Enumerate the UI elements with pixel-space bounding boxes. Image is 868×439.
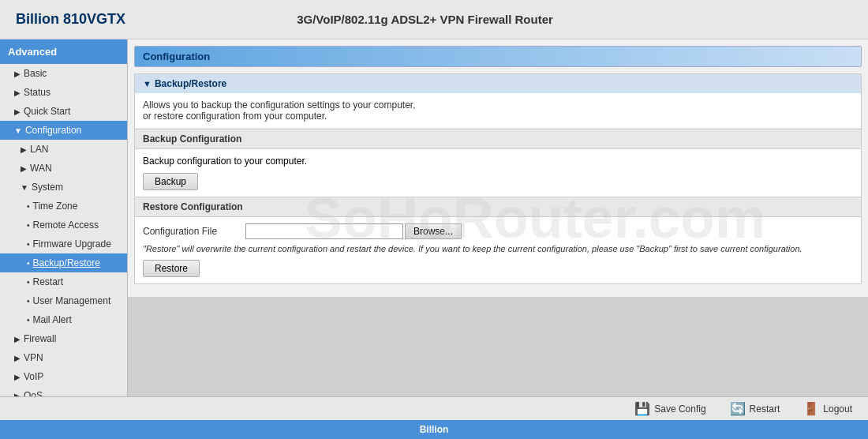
page-subtitle: 3G/VoIP/802.11g ADSL2+ VPN Firewall Rout… bbox=[297, 13, 553, 26]
logout-label: Logout bbox=[823, 403, 852, 415]
section-description: Allows you to backup the configuration s… bbox=[135, 93, 861, 129]
backup-restore-section: ▼ Backup/Restore Allows you to backup th… bbox=[134, 73, 862, 284]
backup-config-body: Backup configuration to your computer. B… bbox=[135, 149, 861, 197]
backup-button[interactable]: Backup bbox=[143, 173, 198, 190]
arrow-icon: ▶ bbox=[21, 164, 27, 173]
dot-icon: • bbox=[27, 278, 30, 287]
backup-description: Backup configuration to your computer. bbox=[143, 156, 853, 167]
sidebar-item-quick-start[interactable]: ▶ Quick Start bbox=[0, 102, 127, 121]
file-input-wrapper: Browse... bbox=[245, 223, 462, 239]
sidebar-header: Advanced bbox=[0, 39, 127, 64]
layout: Advanced ▶ Basic ▶ Status ▶ Quick Start … bbox=[0, 39, 868, 396]
sidebar-item-lan[interactable]: ▶ LAN bbox=[0, 140, 127, 159]
dot-icon: • bbox=[27, 221, 30, 230]
sidebar-item-vpn[interactable]: ▶ VPN bbox=[0, 348, 127, 367]
page-title: Configuration bbox=[134, 46, 862, 67]
backup-config-header: Backup Configuration bbox=[135, 129, 861, 149]
dot-icon: • bbox=[27, 297, 30, 306]
bottom-bar: Billion bbox=[0, 420, 868, 439]
arrow-icon: ▶ bbox=[14, 107, 21, 116]
main-wrapper: Configuration ▼ Backup/Restore Allows yo… bbox=[128, 39, 868, 396]
arrow-icon: ▶ bbox=[14, 69, 21, 78]
toggle-arrow-icon: ▼ bbox=[143, 79, 152, 88]
arrow-icon: ▶ bbox=[14, 373, 21, 381]
section-title: Backup/Restore bbox=[155, 78, 226, 89]
sidebar-item-status[interactable]: ▶ Status bbox=[0, 83, 127, 102]
restore-config-body: Configuration File Browse... "Restore" w… bbox=[135, 217, 861, 283]
sidebar-item-user-management[interactable]: • User Management bbox=[0, 291, 127, 310]
save-config-label: Save Config bbox=[654, 403, 705, 415]
arrow-icon: ▶ bbox=[14, 354, 21, 362]
restart-button[interactable]: 🔄 Restart bbox=[730, 401, 780, 416]
logout-button[interactable]: 🚪 Logout bbox=[803, 401, 852, 416]
dot-icon: • bbox=[27, 202, 30, 211]
config-file-label: Configuration File bbox=[143, 226, 245, 237]
restore-config-header: Restore Configuration bbox=[135, 197, 861, 217]
header: Billion 810VGTX 3G/VoIP/802.11g ADSL2+ V… bbox=[0, 0, 868, 39]
sidebar-item-firewall[interactable]: ▶ Firewall bbox=[0, 329, 127, 348]
restore-button[interactable]: Restore bbox=[143, 260, 200, 277]
sidebar-item-firmware-upgrade[interactable]: • Firmware Upgrade bbox=[0, 235, 127, 253]
browse-button[interactable]: Browse... bbox=[405, 223, 462, 239]
arrow-icon: ▶ bbox=[14, 335, 21, 343]
section-header[interactable]: ▼ Backup/Restore bbox=[135, 74, 861, 93]
arrow-icon: ▼ bbox=[14, 126, 22, 135]
logout-icon: 🚪 bbox=[803, 401, 819, 416]
arrow-icon: ▶ bbox=[14, 392, 21, 397]
arrow-icon: ▶ bbox=[21, 145, 27, 154]
restore-note: "Restore" will overwrite the current con… bbox=[143, 244, 853, 253]
sidebar-item-remote-access[interactable]: • Remote Access bbox=[0, 216, 127, 235]
sidebar-item-qos[interactable]: ▶ QoS bbox=[0, 386, 127, 396]
sidebar-item-wan[interactable]: ▶ WAN bbox=[0, 159, 127, 178]
main-content: Configuration ▼ Backup/Restore Allows yo… bbox=[128, 39, 868, 297]
dot-icon: • bbox=[27, 240, 30, 249]
sidebar-item-configuration[interactable]: ▼ Configuration bbox=[0, 121, 127, 140]
sidebar-item-time-zone[interactable]: • Time Zone bbox=[0, 197, 127, 216]
sidebar-item-system[interactable]: ▼ System bbox=[0, 178, 127, 197]
config-file-row: Configuration File Browse... bbox=[143, 223, 853, 239]
sidebar-item-backup-restore[interactable]: • Backup/Restore bbox=[0, 253, 127, 272]
restart-icon: 🔄 bbox=[730, 401, 746, 416]
sidebar: Advanced ▶ Basic ▶ Status ▶ Quick Start … bbox=[0, 39, 128, 396]
sidebar-item-basic[interactable]: ▶ Basic bbox=[0, 64, 127, 83]
sidebar-item-restart[interactable]: • Restart bbox=[0, 272, 127, 291]
dot-icon: • bbox=[27, 316, 30, 325]
sidebar-item-mail-alert[interactable]: • Mail Alert bbox=[0, 310, 127, 329]
bottom-bar-label: Billion bbox=[420, 424, 449, 435]
dot-icon: • bbox=[27, 259, 30, 268]
save-config-icon: 💾 bbox=[634, 401, 650, 416]
arrow-icon: ▼ bbox=[21, 183, 28, 192]
save-config-button[interactable]: 💾 Save Config bbox=[634, 401, 705, 416]
brand-name: Billion 810VGTX bbox=[16, 11, 125, 28]
file-text-input[interactable] bbox=[245, 223, 403, 239]
sidebar-item-voip[interactable]: ▶ VoIP bbox=[0, 367, 127, 386]
arrow-icon: ▶ bbox=[14, 88, 21, 97]
restart-label: Restart bbox=[750, 403, 780, 415]
footer-actions: 💾 Save Config 🔄 Restart 🚪 Logout bbox=[0, 396, 868, 420]
